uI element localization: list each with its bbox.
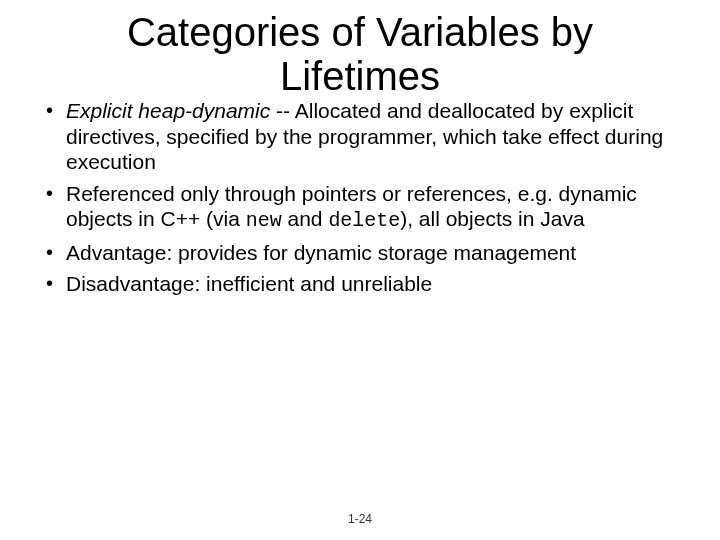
slide-body: Explicit heap-dynamic -- Allocated and d…: [0, 98, 720, 297]
title-line-1: Categories of Variables by: [127, 10, 593, 54]
bullet-text: Disadvantage: inefficient and unreliable: [66, 272, 432, 295]
slide-number: 1-24: [0, 512, 720, 526]
bullet-text: ), all objects in Java: [400, 207, 584, 230]
bullet-item: Advantage: provides for dynamic storage …: [42, 240, 684, 266]
bullet-item: Referenced only through pointers or refe…: [42, 181, 684, 234]
code-delete: delete: [328, 209, 400, 232]
slide: Categories of Variables by Lifetimes Exp…: [0, 0, 720, 540]
term-explicit-heap-dynamic: Explicit heap-dynamic: [66, 99, 270, 122]
bullet-item: Explicit heap-dynamic -- Allocated and d…: [42, 98, 684, 175]
bullet-item: Disadvantage: inefficient and unreliable: [42, 271, 684, 297]
bullet-list: Explicit heap-dynamic -- Allocated and d…: [42, 98, 684, 297]
slide-title: Categories of Variables by Lifetimes: [0, 0, 720, 98]
title-line-2: Lifetimes: [280, 54, 440, 98]
bullet-text: Advantage: provides for dynamic storage …: [66, 241, 576, 264]
code-new: new: [246, 209, 282, 232]
bullet-text: and: [282, 207, 329, 230]
